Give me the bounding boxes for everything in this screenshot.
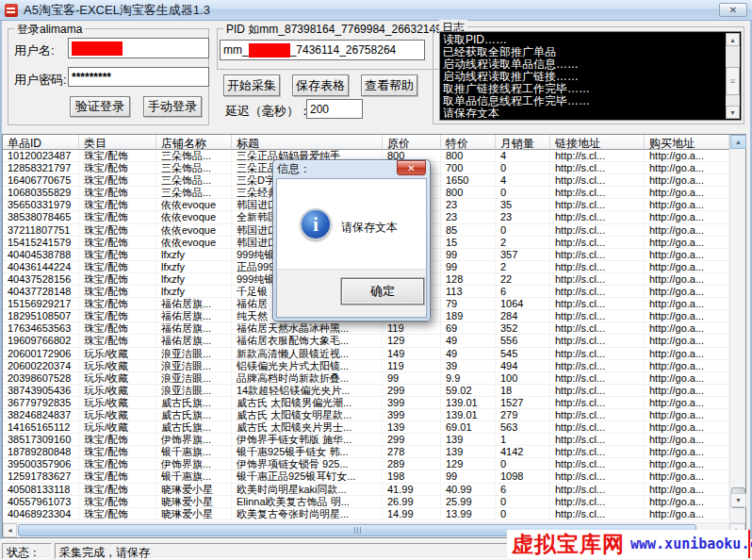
column-header[interactable]: 原价 (383, 135, 441, 150)
table-row[interactable]: 18789280848珠宝/配饰银千惠旗...银千惠925银手链女 韩...27… (3, 446, 729, 458)
column-header[interactable]: 购买地址 (645, 135, 729, 150)
table-cell: http://s.cl... (550, 199, 645, 211)
pid-value-suffix: _7436114_26758264 (290, 43, 397, 57)
start-collect-button[interactable]: 开始采集 (223, 74, 280, 96)
dialog-footer: 确定 (277, 269, 426, 317)
table-row[interactable]: 20600172906玩乐/收藏浪亚洁眼...新款高清懒人眼镜近视...1494… (3, 348, 729, 360)
table-cell: 0 (496, 458, 550, 470)
table-cell: 伊饰界旗... (156, 434, 232, 446)
log-scrollbar[interactable]: ▲ ≡ ▼ (726, 33, 740, 119)
scroll-left-icon[interactable]: ◄ (3, 523, 17, 537)
table-cell: 39 (441, 360, 496, 372)
table-row[interactable]: 38743905436玩乐/收藏浪亚洁眼...14款超轻铝镁偏光夹片...299… (3, 385, 729, 397)
table-cell: 珠宝/配饰 (79, 434, 156, 446)
table-cell: 珠宝/配饰 (79, 249, 156, 261)
table-cell: http://s.cl... (550, 348, 645, 360)
scroll-down-icon[interactable]: ▼ (726, 106, 740, 119)
view-help-button[interactable]: 查看帮助 (361, 74, 417, 96)
table-cell: 晓琳爱小星 (156, 484, 232, 496)
column-header[interactable]: 类目 (79, 135, 156, 150)
table-cell: http://go.a... (645, 508, 729, 520)
save-table-button[interactable]: 保存表格 (292, 74, 349, 96)
table-cell: 玩乐/收藏 (79, 372, 156, 385)
table-cell: 珠宝/配饰 (79, 508, 156, 520)
table-row[interactable]: 20600220374玩乐/收藏浪亚洁眼...铝镁偏光夹片式太阳镜...1193… (3, 360, 729, 372)
column-header[interactable]: 月销量 (496, 135, 550, 150)
table-cell: http://s.cl... (550, 187, 645, 199)
table-row[interactable]: 36779792835玩乐/收藏威古氏旗...威古氏 太阳镜男偏光潮...399… (3, 397, 729, 409)
manual-login-button[interactable]: 手动登录 (143, 96, 202, 117)
table-cell: 伊饰界旗... (156, 458, 232, 470)
table-cell: 4142 (496, 446, 550, 458)
table-cell: 12858321797 (3, 162, 79, 174)
table-cell: http://go.a... (645, 458, 729, 470)
title-bar[interactable]: A5淘宝客-EXCEL淘宝客生成器1.3 ✕ (0, 0, 752, 21)
table-row[interactable]: 38517309160珠宝/配饰伊饰界旗...伊饰界手链女韩版 施华...299… (3, 434, 729, 446)
table-cell: 35650331979 (3, 199, 79, 211)
table-cell: lfxzfy (156, 273, 232, 286)
table-cell: 40436144224 (3, 261, 79, 273)
table-vertical-scrollbar[interactable]: ▲ ▼ (729, 135, 745, 522)
table-cell: 399 (383, 397, 441, 409)
table-cell: 35 (496, 199, 550, 211)
table-cell: 38517309160 (3, 434, 79, 446)
table-cell: http://go.a... (645, 397, 729, 409)
column-header[interactable]: 链接地址 (550, 135, 645, 150)
table-row[interactable]: 14165165112玩乐/收藏威古氏旗...威古氏 太阳镜夹片男士...139… (3, 421, 729, 434)
table-cell: http://go.a... (645, 409, 729, 421)
column-header[interactable]: 特价 (441, 135, 496, 150)
window-title: A5淘宝客-EXCEL淘宝客生成器1.3 (24, 2, 210, 19)
table-cell: 2 (496, 261, 550, 273)
info-icon: i (300, 208, 332, 240)
column-header[interactable]: 店铺名称 (156, 135, 232, 150)
ok-button[interactable]: 确定 (341, 278, 424, 305)
table-cell: 珠宝/配饰 (79, 286, 156, 298)
table-cell: http://go.a... (645, 174, 729, 187)
table-row[interactable]: 20398607528玩乐/收藏浪亚洁眼...品牌高档时尚新款折叠...999.… (3, 372, 729, 385)
table-cell: http://go.a... (645, 322, 729, 335)
column-header[interactable]: 标题 (232, 135, 383, 150)
table-cell: 0 (496, 508, 550, 520)
table-cell: 三朵饰品... (156, 150, 232, 162)
table-row[interactable]: 12591783627珠宝/配饰银千惠旗...银千惠正品925银耳钉女...19… (3, 470, 729, 483)
watermark: 虚拟宝库网 www.xunibaoku.com (507, 530, 750, 558)
table-row[interactable]: 39500357906珠宝/配饰伊饰界旗...伊饰界项链女锁骨 925...28… (3, 458, 729, 470)
dialog-body: i 请保存文本 确定 (276, 178, 427, 318)
column-header[interactable]: 单品ID (3, 135, 79, 150)
scroll-up-icon[interactable]: ▲ (730, 135, 746, 149)
table-row[interactable]: 40468923304珠宝/配饰晓琳爱小星欧美复古夸张时尚明星...14.991… (3, 508, 729, 520)
table-cell: 威古氏 太阳镜夹片男士... (232, 421, 383, 434)
table-cell: 威古氏旗... (156, 421, 232, 434)
table-cell: 40437728148 (3, 286, 79, 298)
scroll-up-icon[interactable]: ▲ (726, 33, 740, 46)
table-cell: 99 (441, 249, 496, 261)
verify-login-button[interactable]: 验证登录 (70, 96, 130, 117)
table-cell: 伊饰界项链女锁骨 925... (232, 458, 383, 470)
username-input[interactable] (68, 38, 209, 58)
table-cell: 22 (496, 273, 550, 286)
close-icon[interactable]: ✕ (397, 160, 426, 175)
table-cell: 玩乐/收藏 (79, 348, 156, 360)
table-row[interactable]: 40557961073珠宝/配饰晓琳爱小星Elinna欧美复古饰品 明...26… (3, 496, 729, 508)
dialog-title-bar[interactable]: 信息： ✕ (277, 160, 426, 178)
table-row[interactable]: 17634653563珠宝/配饰福佑居旗...福佑居天然水晶冰种黑...1196… (3, 322, 729, 335)
delay-input[interactable]: 200 (306, 99, 363, 119)
watermark-site-name: 虚拟宝库网 (512, 530, 625, 559)
table-cell: 100 (496, 372, 550, 385)
table-row[interactable]: 19609766802珠宝/配饰福佑居旗...福佑居衣服配饰大象毛...1294… (3, 335, 729, 347)
table-cell: http://s.cl... (550, 409, 645, 421)
table-cell: http://go.a... (645, 298, 729, 310)
password-input[interactable]: ********* (68, 67, 209, 87)
table-row[interactable]: 40508133118珠宝/配饰晓琳爱小星欧美时尚明星kaki同款...41.9… (3, 484, 729, 496)
close-icon[interactable]: ✕ (719, 3, 747, 17)
table-header: 单品ID类目店铺名称标题原价特价月销量链接地址购买地址 (3, 135, 729, 150)
table-cell: 伊饰界手链女韩版 施华... (232, 434, 383, 446)
pid-input[interactable]: mm__7436114_26758264 (220, 40, 425, 60)
table-cell: 139.01 (441, 397, 496, 409)
table-row[interactable]: 38246824837玩乐/收藏威古氏旗...威古氏 太阳镜女明星款...399… (3, 409, 729, 421)
scrollbar-thumb[interactable]: ≡ (726, 67, 740, 95)
table-cell: 40468923304 (3, 508, 79, 520)
table-cell: 三朵饰品... (156, 174, 232, 187)
scroll-down-icon[interactable]: ▼ (730, 493, 746, 507)
table-cell: 18789280848 (3, 446, 79, 458)
